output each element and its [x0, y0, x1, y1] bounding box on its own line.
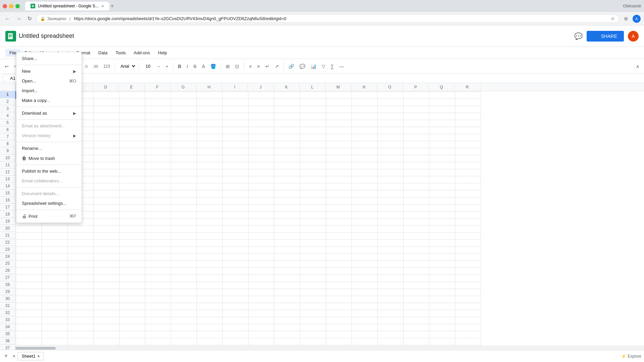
- grid-cell[interactable]: [197, 289, 222, 296]
- grid-cell[interactable]: [429, 113, 455, 120]
- grid-cell[interactable]: [222, 127, 248, 134]
- grid-cell[interactable]: [171, 190, 197, 197]
- grid-cell[interactable]: [119, 106, 145, 113]
- grid-cell[interactable]: [197, 120, 222, 127]
- grid-cell[interactable]: [171, 331, 197, 338]
- grid-cell[interactable]: [93, 183, 119, 190]
- grid-cell[interactable]: [67, 296, 93, 303]
- grid-cell[interactable]: [455, 275, 481, 282]
- grid-cell[interactable]: [403, 162, 429, 169]
- grid-cell[interactable]: [352, 176, 377, 183]
- user-avatar[interactable]: A: [628, 31, 639, 42]
- close-window-button[interactable]: [3, 4, 7, 8]
- grid-cell[interactable]: [455, 120, 481, 127]
- grid-cell[interactable]: [222, 190, 248, 197]
- grid-cell[interactable]: [171, 155, 197, 162]
- grid-cell[interactable]: [119, 310, 145, 317]
- borders-button[interactable]: ⊞: [224, 62, 232, 70]
- font-size-input[interactable]: [142, 64, 154, 69]
- filter-button[interactable]: ▽: [320, 62, 327, 70]
- grid-cell[interactable]: [403, 282, 429, 289]
- grid-cell[interactable]: [16, 246, 42, 253]
- grid-cell[interactable]: [119, 267, 145, 275]
- grid-cell[interactable]: [274, 211, 300, 218]
- grid-cell[interactable]: [455, 148, 481, 155]
- back-button[interactable]: ←: [3, 14, 12, 23]
- col-header-d[interactable]: D: [93, 83, 119, 91]
- grid-cell[interactable]: [274, 260, 300, 267]
- grid-cell[interactable]: [300, 317, 326, 324]
- grid-cell[interactable]: [274, 155, 300, 162]
- grid-cell[interactable]: [248, 99, 274, 106]
- format-decimal-inc[interactable]: .0: [83, 63, 90, 70]
- grid-cell[interactable]: [326, 211, 352, 218]
- grid-cell[interactable]: [274, 141, 300, 148]
- grid-cell[interactable]: [455, 134, 481, 141]
- grid-cell[interactable]: [197, 148, 222, 155]
- grid-cell[interactable]: [300, 211, 326, 218]
- grid-cell[interactable]: [197, 317, 222, 324]
- grid-cell[interactable]: [352, 204, 377, 211]
- grid-cell[interactable]: [248, 204, 274, 211]
- grid-cell[interactable]: [352, 141, 377, 148]
- grid-cell[interactable]: [248, 176, 274, 183]
- grid-cell[interactable]: [274, 99, 300, 106]
- more-toolbar-button[interactable]: —: [337, 62, 346, 70]
- grid-cell[interactable]: [429, 289, 455, 296]
- grid-cell[interactable]: [222, 246, 248, 253]
- grid-cell[interactable]: [455, 232, 481, 239]
- grid-cell[interactable]: [455, 162, 481, 169]
- grid-cell[interactable]: [326, 141, 352, 148]
- grid-cell[interactable]: [326, 99, 352, 106]
- grid-cell[interactable]: [326, 303, 352, 310]
- grid-cell[interactable]: [119, 260, 145, 267]
- grid-cell[interactable]: [93, 218, 119, 225]
- menu-item-open[interactable]: Open... ⌘O: [16, 76, 82, 86]
- grid-cell[interactable]: [300, 267, 326, 275]
- row-number-31[interactable]: 31: [0, 302, 15, 309]
- grid-cell[interactable]: [300, 324, 326, 331]
- grid-cell[interactable]: [197, 331, 222, 338]
- grid-cell[interactable]: [119, 113, 145, 120]
- grid-cell[interactable]: [171, 106, 197, 113]
- grid-cell[interactable]: [352, 253, 377, 260]
- row-number-18[interactable]: 18: [0, 211, 15, 218]
- grid-cell[interactable]: [300, 260, 326, 267]
- font-family-selector[interactable]: Arial: [118, 63, 136, 70]
- menu-item-share[interactable]: Share...: [16, 54, 82, 63]
- grid-cell[interactable]: [93, 92, 119, 99]
- grid-cell[interactable]: [403, 183, 429, 190]
- grid-cell[interactable]: [352, 169, 377, 176]
- grid-cell[interactable]: [274, 197, 300, 204]
- grid-cell[interactable]: [352, 183, 377, 190]
- grid-cell[interactable]: [171, 338, 197, 345]
- grid-cell[interactable]: [119, 275, 145, 282]
- grid-cell[interactable]: [171, 204, 197, 211]
- grid-cell[interactable]: [377, 317, 403, 324]
- grid-cell[interactable]: [248, 211, 274, 218]
- grid-cell[interactable]: [403, 310, 429, 317]
- menu-item-rename[interactable]: Rename...: [16, 143, 82, 153]
- grid-cell[interactable]: [326, 338, 352, 345]
- grid-cell[interactable]: [377, 162, 403, 169]
- grid-cell[interactable]: [429, 303, 455, 310]
- grid-cell[interactable]: [403, 120, 429, 127]
- grid-cell[interactable]: [455, 338, 481, 345]
- grid-cell[interactable]: [93, 204, 119, 211]
- grid-cell[interactable]: [145, 225, 171, 232]
- grid-cell[interactable]: [274, 169, 300, 176]
- grid-cell[interactable]: [93, 141, 119, 148]
- grid-cell[interactable]: [119, 232, 145, 239]
- grid-cell[interactable]: [429, 239, 455, 246]
- grid-cell[interactable]: [429, 183, 455, 190]
- grid-cell[interactable]: [248, 267, 274, 275]
- row-number-21[interactable]: 21: [0, 232, 15, 239]
- grid-cell[interactable]: [455, 331, 481, 338]
- grid-cell[interactable]: [377, 99, 403, 106]
- grid-cell[interactable]: [248, 197, 274, 204]
- grid-cell[interactable]: [377, 106, 403, 113]
- grid-cell[interactable]: [93, 113, 119, 120]
- grid-cell[interactable]: [455, 317, 481, 324]
- grid-cell[interactable]: [119, 190, 145, 197]
- grid-cell[interactable]: [326, 113, 352, 120]
